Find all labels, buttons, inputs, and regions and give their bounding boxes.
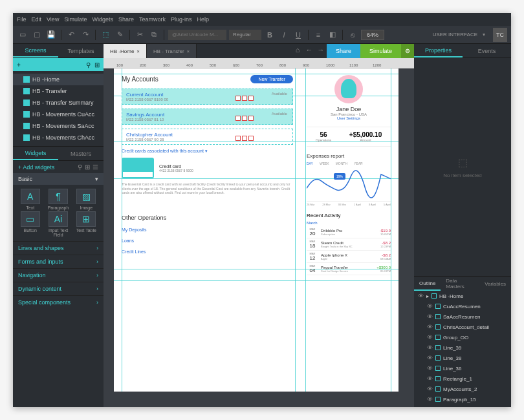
- new-icon[interactable]: ▭: [17, 29, 28, 41]
- account-card[interactable]: Christopher AccountM22 2158 0567 90 28: [122, 129, 293, 145]
- font-select[interactable]: [168, 30, 226, 40]
- activity-row[interactable]: MAR18Steam CreditBought Trails in the Sk…: [307, 238, 391, 251]
- visibility-icon[interactable]: 👁: [427, 406, 433, 407]
- widget-image[interactable]: ▨Image: [73, 189, 100, 210]
- chevron-down-icon[interactable]: ▾: [483, 32, 485, 37]
- user-label[interactable]: USER INTERFACE: [433, 32, 477, 37]
- outline-item[interactable]: 👁ChrisAccount_detail: [414, 322, 511, 332]
- screen-item[interactable]: HB - Movements ChAcc: [13, 132, 104, 143]
- menu-view[interactable]: View: [47, 16, 59, 23]
- zoom-select[interactable]: 64%: [361, 30, 384, 40]
- canvas-viewport[interactable]: My Accounts New Transfer Current Account…: [104, 68, 414, 407]
- copy-icon[interactable]: ⧉: [148, 29, 160, 41]
- credit-cards-header[interactable]: Credit cards associated with this accoun…: [122, 149, 293, 154]
- outline-item[interactable]: 👁Group_OO: [414, 332, 511, 342]
- grid-icon[interactable]: ⊞: [94, 61, 100, 68]
- tab-data-masters[interactable]: Data Masters: [441, 277, 479, 291]
- activity-row[interactable]: MAR12Apple Iphone XApple-$8.203:54AM: [307, 251, 391, 263]
- design-canvas[interactable]: My Accounts New Transfer Current Account…: [114, 68, 398, 392]
- visibility-icon[interactable]: 👁: [427, 355, 433, 361]
- user-avatar[interactable]: TC: [493, 28, 507, 42]
- category-item[interactable]: Forms and inputs›: [13, 255, 104, 268]
- share-button[interactable]: Share: [327, 44, 360, 58]
- outline-item[interactable]: 👁MyAccounts_2: [414, 384, 511, 394]
- visibility-icon[interactable]: 👁: [427, 396, 433, 403]
- doc-tab-transfer[interactable]: HB - Transfer×: [147, 44, 197, 58]
- doc-tab-home[interactable]: HB -Home×: [104, 44, 147, 58]
- activity-row[interactable]: MAR20Dribbble ProSubscription-$19.910:45…: [307, 226, 391, 238]
- expense-tab[interactable]: YEAR: [354, 162, 363, 165]
- widget-text[interactable]: AText: [17, 189, 43, 210]
- tab-templates[interactable]: Templates: [58, 44, 104, 58]
- link-icon[interactable]: ⎋: [347, 29, 358, 41]
- user-settings-link[interactable]: User Settings: [307, 116, 391, 120]
- widget-input-text-field[interactable]: AiInput Text Field: [45, 211, 71, 237]
- tab-variables[interactable]: Variables: [479, 277, 511, 291]
- menu-help[interactable]: Help: [197, 16, 209, 23]
- add-widgets-button[interactable]: + Add widgets ⚲ ⊞ ☰: [13, 161, 104, 173]
- menu-share[interactable]: Share: [118, 16, 134, 23]
- activity-row[interactable]: MAR04Paypal TransferSent for Design Serv…: [307, 263, 391, 275]
- visibility-icon[interactable]: 👁: [427, 365, 433, 372]
- outline-item[interactable]: 👁Rectangle_1: [414, 373, 511, 384]
- filter-icon[interactable]: ⚲: [86, 61, 91, 68]
- outline-item[interactable]: 👁SaAccResumen: [414, 311, 511, 322]
- menu-edit[interactable]: Edit: [32, 16, 42, 23]
- screen-item[interactable]: HB - Movements SaAcc: [13, 120, 104, 132]
- weight-select[interactable]: [229, 30, 261, 40]
- list-view-icon[interactable]: ☰: [93, 163, 98, 171]
- operation-link[interactable]: My Deposits: [122, 227, 293, 232]
- align-icon[interactable]: ≡: [312, 29, 324, 41]
- visibility-icon[interactable]: 👁: [427, 303, 433, 310]
- expense-tab[interactable]: MONTH: [336, 162, 347, 165]
- visibility-icon[interactable]: 👁: [427, 375, 433, 382]
- outline-root[interactable]: 👁▸HB -Home: [414, 291, 511, 301]
- simulate-button[interactable]: Simulate: [360, 44, 401, 58]
- outline-item[interactable]: 👁Paragraph_15: [414, 394, 511, 404]
- selection-icon[interactable]: ⬚: [100, 29, 111, 41]
- basic-category-header[interactable]: Basic ▾: [13, 173, 104, 185]
- account-card[interactable]: Savings AccountM22 2158 0567 81 10Availa…: [122, 109, 293, 125]
- simulate-settings-button[interactable]: ⚙: [401, 44, 414, 58]
- outline-item[interactable]: 👁Line_36: [414, 363, 511, 373]
- grid-view-icon[interactable]: ⊞: [85, 163, 90, 171]
- visibility-icon[interactable]: 👁: [427, 344, 433, 351]
- visibility-icon[interactable]: 👁: [418, 293, 424, 299]
- outline-item[interactable]: 👁Amount: [414, 404, 511, 407]
- category-item[interactable]: Special components›: [13, 295, 104, 309]
- open-icon[interactable]: ▢: [31, 29, 43, 41]
- italic-icon[interactable]: I: [278, 29, 290, 41]
- add-screen-button[interactable]: + ⚲ ⊞: [13, 58, 104, 71]
- underline-icon[interactable]: U: [292, 29, 304, 41]
- screen-item[interactable]: HB - Transfer: [13, 85, 104, 97]
- tab-masters[interactable]: Masters: [58, 147, 104, 160]
- account-card[interactable]: Current AccountM22 2158 0567 8190 00Avai…: [122, 89, 293, 105]
- tab-widgets[interactable]: Widgets: [13, 147, 58, 160]
- tab-screens[interactable]: Screens: [13, 44, 58, 58]
- visibility-icon[interactable]: 👁: [427, 313, 433, 320]
- search-icon[interactable]: ⚲: [78, 163, 82, 171]
- menu-widgets[interactable]: Widgets: [92, 16, 113, 23]
- tab-properties[interactable]: Properties: [414, 44, 463, 58]
- outline-item[interactable]: 👁Line_39: [414, 342, 511, 353]
- tab-events[interactable]: Events: [463, 44, 511, 58]
- tab-outline[interactable]: Outline: [414, 277, 441, 291]
- fill-icon[interactable]: ◧: [327, 29, 338, 41]
- paint-icon[interactable]: ✎: [114, 29, 126, 41]
- close-icon[interactable]: ×: [136, 48, 140, 54]
- home-icon[interactable]: ⌂: [292, 44, 303, 56]
- menu-teamwork[interactable]: Teamwork: [139, 16, 166, 23]
- bold-icon[interactable]: B: [264, 29, 276, 41]
- visibility-icon[interactable]: 👁: [427, 324, 433, 330]
- category-item[interactable]: Navigation›: [13, 268, 104, 282]
- operation-link[interactable]: Credit Lines: [122, 249, 293, 254]
- undo-icon[interactable]: ↶: [65, 29, 77, 41]
- expense-tab[interactable]: WEEK: [320, 162, 329, 165]
- screen-item[interactable]: HB - Movements CuAcc: [13, 109, 104, 120]
- redo-icon[interactable]: ↷: [80, 29, 91, 41]
- widget-text-table[interactable]: ⊞Text Table: [73, 211, 100, 237]
- outline-item[interactable]: 👁CuAccResumen: [414, 301, 511, 311]
- close-icon[interactable]: ×: [187, 48, 190, 54]
- widget-button[interactable]: ▭Button: [17, 211, 43, 237]
- screen-item[interactable]: HB -Home: [13, 74, 104, 85]
